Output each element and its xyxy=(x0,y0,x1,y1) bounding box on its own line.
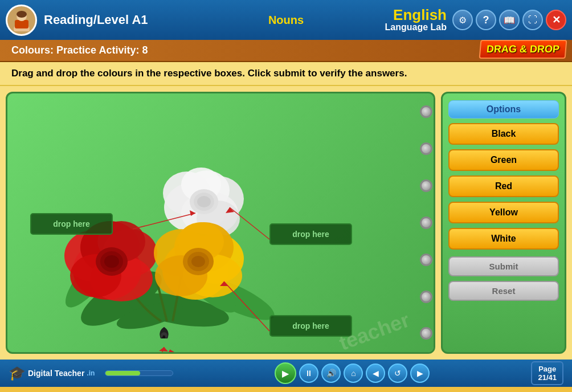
spiral-ring-4 xyxy=(420,217,432,229)
svg-rect-3 xyxy=(15,20,28,28)
spiral-binding xyxy=(418,93,435,352)
drag-drop-banner: DRAG & DROP xyxy=(479,40,567,59)
fullscreen-icon: ⛶ xyxy=(528,15,537,25)
spiral-ring-7 xyxy=(420,327,432,340)
drop-zone-1-label: drop here xyxy=(53,219,90,228)
page-indicator: Page 21/41 xyxy=(531,361,563,385)
footer-logo-icon: 🎓 xyxy=(9,365,26,381)
svg-point-32 xyxy=(104,255,119,268)
close-button[interactable]: ✕ xyxy=(546,10,566,30)
drop-zone-2-label: drop here xyxy=(292,230,329,239)
pause-button[interactable]: ⏸ xyxy=(299,364,318,383)
logo-area: English Language Lab xyxy=(385,7,447,32)
footer-logo: 🎓 Digital Teacher .in xyxy=(9,365,95,381)
home-button[interactable]: ⌂ xyxy=(344,364,363,383)
svg-line-49 xyxy=(137,347,164,354)
drop-zone-1[interactable]: drop here xyxy=(30,213,113,235)
prev-button[interactable]: ◀ xyxy=(366,364,385,383)
spiral-ring-2 xyxy=(420,142,432,155)
spiral-ring-5 xyxy=(420,254,432,266)
svg-marker-50 xyxy=(159,347,168,352)
progress-bar-fill xyxy=(105,371,140,375)
notebook-inner: drop here drop here drop here drop here … xyxy=(7,93,434,352)
drop-zone-3-label: drop here xyxy=(292,321,329,330)
next-icon: ▶ xyxy=(417,369,423,378)
app-title: Reading/Level A1 xyxy=(44,13,148,27)
svg-marker-52 xyxy=(167,350,175,354)
spiral-ring-1 xyxy=(420,105,432,118)
help-icon: ? xyxy=(483,14,489,26)
refresh-icon: ↺ xyxy=(394,369,401,378)
drop-zone-3[interactable]: drop here xyxy=(269,315,352,337)
progress-bar-background xyxy=(105,370,173,376)
settings-icon-btn[interactable]: ⚙ xyxy=(452,10,473,30)
footer-controls: ▶ ⏸ 🔊 ⌂ ◀ ↺ ▶ xyxy=(275,362,430,384)
svg-point-5 xyxy=(17,11,27,18)
book-icon-btn[interactable]: 📖 xyxy=(499,10,520,30)
header-nouns-label: Nouns xyxy=(268,14,304,27)
reset-button[interactable]: Reset xyxy=(448,281,559,301)
logo-english: English xyxy=(393,7,447,22)
option-white-button[interactable]: White xyxy=(448,228,559,250)
prev-icon: ◀ xyxy=(373,369,379,378)
activity-title: Colours: Practice Activity: 8 xyxy=(11,44,148,56)
app-header: Reading/Level A1 Nouns English Language … xyxy=(0,0,572,40)
page-label: Page xyxy=(538,365,556,373)
svg-point-42 xyxy=(191,256,205,267)
volume-icon: 🔊 xyxy=(326,369,336,378)
submit-button[interactable]: Submit xyxy=(448,256,559,276)
spiral-ring-3 xyxy=(420,179,432,192)
svg-line-51 xyxy=(170,350,268,354)
page-total: 41 xyxy=(549,373,557,382)
footer-logo-text: Digital Teacher xyxy=(28,369,84,378)
book-icon: 📖 xyxy=(504,15,515,26)
settings-icon: ⚙ xyxy=(459,15,467,26)
fullscreen-icon-btn[interactable]: ⛶ xyxy=(522,10,543,30)
play-button[interactable]: ▶ xyxy=(275,362,296,384)
option-red-button[interactable]: Red xyxy=(448,175,559,197)
sub-header: Colours: Practice Activity: 8 DRAG & DRO… xyxy=(0,40,572,62)
option-green-button[interactable]: Green xyxy=(448,149,559,171)
options-header: Options xyxy=(448,100,559,119)
refresh-button[interactable]: ↺ xyxy=(388,364,407,383)
option-yellow-button[interactable]: Yellow xyxy=(448,202,559,223)
drop-zone-2[interactable]: drop here xyxy=(269,223,352,245)
play-icon: ▶ xyxy=(282,368,289,379)
option-black-button[interactable]: Black xyxy=(448,123,559,145)
avatar xyxy=(6,5,37,36)
footer-logo-suffix: .in xyxy=(87,369,95,377)
spiral-ring-6 xyxy=(420,291,432,303)
page-current: 21 xyxy=(538,373,546,382)
logo-language-lab: Language Lab xyxy=(385,22,447,32)
main-content: drop here drop here drop here drop here … xyxy=(0,86,572,360)
app-footer: 🎓 Digital Teacher .in ▶ ⏸ 🔊 ⌂ ◀ ↺ ▶ xyxy=(0,360,572,387)
options-panel: Options Black Green Red Yellow White Sub… xyxy=(441,92,566,354)
close-icon: ✕ xyxy=(552,14,561,26)
pause-icon: ⏸ xyxy=(305,369,313,378)
svg-point-22 xyxy=(197,196,211,207)
volume-button[interactable]: 🔊 xyxy=(321,364,341,383)
home-icon: ⌂ xyxy=(351,369,356,378)
header-icon-group: ⚙ ? 📖 ⛶ ✕ xyxy=(452,10,566,30)
help-icon-btn[interactable]: ? xyxy=(476,10,496,30)
progress-bar-area xyxy=(105,370,173,376)
notebook-panel: drop here drop here drop here drop here … xyxy=(6,92,435,354)
next-button[interactable]: ▶ xyxy=(410,364,430,383)
instruction-text: Drag and drop the colours in the respect… xyxy=(0,62,572,86)
